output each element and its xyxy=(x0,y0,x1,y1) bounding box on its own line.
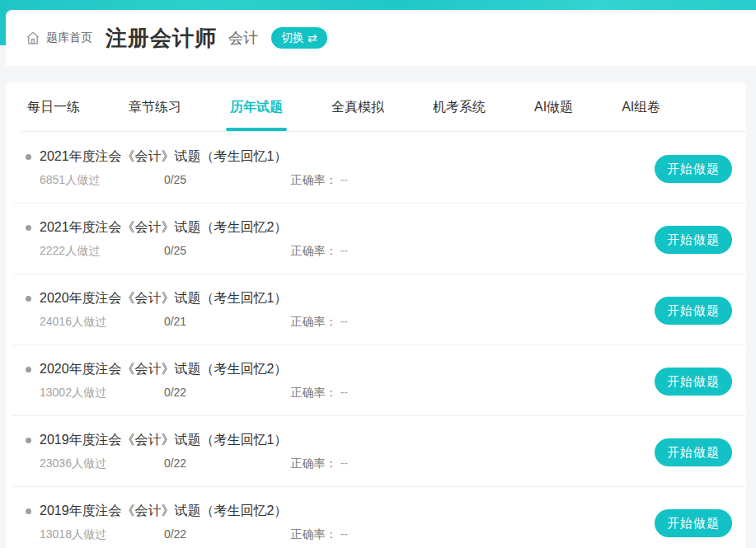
accuracy-label: 正确率： xyxy=(291,386,337,399)
progress-count: 0/22 xyxy=(164,386,288,399)
page-title: 注册会计师 xyxy=(106,24,217,53)
exam-stats: 13002人做过 0/22 正确率： -- xyxy=(6,386,746,400)
attempts-count: 6851人做过 xyxy=(40,173,161,188)
exam-stats: 6851人做过 0/25 正确率： -- xyxy=(6,173,746,188)
bullet-icon xyxy=(26,296,31,302)
tab-chapter-practice[interactable]: 章节练习 xyxy=(129,82,181,132)
progress-count: 0/21 xyxy=(164,315,288,328)
progress-count: 0/22 xyxy=(164,457,288,470)
header-card: 题库首页 注册会计师 会计 切换 ⇄ xyxy=(6,10,756,66)
accuracy-value: -- xyxy=(340,386,348,399)
start-questions-button[interactable]: 开始做题 xyxy=(655,368,732,396)
accuracy-value: -- xyxy=(340,244,348,257)
bullet-icon xyxy=(26,508,31,514)
switch-button[interactable]: 切换 ⇄ xyxy=(271,27,327,49)
list-item: 2021年度注会《会计》试题（考生回忆1） 6851人做过 0/25 正确率： … xyxy=(6,132,746,203)
tab-bar: 每日一练 章节练习 历年试题 全真模拟 机考系统 AI做题 AI组卷 xyxy=(6,82,746,132)
exam-title: 2021年度注会《会计》试题（考生回忆2） xyxy=(6,203,746,237)
exam-title: 2020年度注会《会计》试题（考生回忆2） xyxy=(6,344,746,378)
exam-title: 2019年度注会《会计》试题（考生回忆1） xyxy=(6,415,746,449)
attempts-count: 23036人做过 xyxy=(40,457,161,471)
tab-daily-practice[interactable]: 每日一练 xyxy=(27,82,80,132)
home-icon[interactable] xyxy=(26,30,40,45)
accuracy-label: 正确率： xyxy=(291,244,337,257)
start-questions-button[interactable]: 开始做题 xyxy=(655,438,732,466)
list-item: 2019年度注会《会计》试题（考生回忆1） 23036人做过 0/22 正确率：… xyxy=(6,415,746,486)
list-item: 2020年度注会《会计》试题（考生回忆1） 24016人做过 0/21 正确率：… xyxy=(6,274,746,344)
attempts-count: 13002人做过 xyxy=(40,386,161,400)
start-questions-button[interactable]: 开始做题 xyxy=(655,155,732,183)
bullet-icon xyxy=(26,367,31,372)
accuracy-value: -- xyxy=(340,315,348,328)
accuracy-value: -- xyxy=(340,527,348,541)
accuracy-value: -- xyxy=(340,173,348,186)
start-questions-button[interactable]: 开始做题 xyxy=(655,509,732,537)
progress-count: 0/25 xyxy=(164,173,288,186)
accuracy-label: 正确率： xyxy=(291,457,337,470)
progress-count: 0/22 xyxy=(164,527,288,541)
bullet-icon xyxy=(26,225,31,231)
start-questions-button[interactable]: 开始做题 xyxy=(655,226,732,254)
tab-ai-paper[interactable]: AI组卷 xyxy=(622,82,660,132)
swap-icon: ⇄ xyxy=(308,32,317,44)
tab-full-simulation[interactable]: 全真模拟 xyxy=(331,82,384,132)
attempts-count: 13018人做过 xyxy=(40,527,161,542)
breadcrumb[interactable]: 题库首页 xyxy=(46,30,92,45)
start-questions-button[interactable]: 开始做题 xyxy=(655,297,732,325)
bullet-icon xyxy=(26,438,31,443)
tab-computer-exam-system[interactable]: 机考系统 xyxy=(433,82,486,132)
exam-stats: 13018人做过 0/22 正确率： -- xyxy=(6,527,746,542)
attempts-count: 24016人做过 xyxy=(40,315,161,330)
accuracy-label: 正确率： xyxy=(291,315,337,328)
tab-ai-questions[interactable]: AI做题 xyxy=(534,82,573,132)
exam-stats: 24016人做过 0/21 正确率： -- xyxy=(6,315,746,330)
exam-title: 2021年度注会《会计》试题（考生回忆1） xyxy=(6,132,746,166)
attempts-count: 2222人做过 xyxy=(40,244,161,259)
subject-label: 会计 xyxy=(228,28,258,48)
accuracy-label: 正确率： xyxy=(291,527,337,541)
list-item: 2019年度注会《会计》试题（考生回忆2） 13018人做过 0/22 正确率：… xyxy=(6,486,746,548)
switch-button-label: 切换 xyxy=(281,30,304,45)
tab-past-exams[interactable]: 历年试题 xyxy=(230,82,283,132)
progress-count: 0/25 xyxy=(164,244,288,257)
bullet-icon xyxy=(26,154,31,160)
accuracy-label: 正确率： xyxy=(291,173,337,186)
exam-list: 2021年度注会《会计》试题（考生回忆1） 6851人做过 0/25 正确率： … xyxy=(6,132,746,548)
exam-stats: 2222人做过 0/25 正确率： -- xyxy=(6,244,746,259)
exam-stats: 23036人做过 0/22 正确率： -- xyxy=(6,457,746,471)
exam-title: 2020年度注会《会计》试题（考生回忆1） xyxy=(6,274,746,307)
list-item: 2020年度注会《会计》试题（考生回忆2） 13002人做过 0/22 正确率：… xyxy=(6,344,746,415)
exam-title: 2019年度注会《会计》试题（考生回忆2） xyxy=(6,486,746,520)
accuracy-value: -- xyxy=(340,457,348,470)
list-item: 2021年度注会《会计》试题（考生回忆2） 2222人做过 0/25 正确率： … xyxy=(6,203,746,274)
content-card: 每日一练 章节练习 历年试题 全真模拟 机考系统 AI做题 AI组卷 2021年… xyxy=(6,82,746,548)
